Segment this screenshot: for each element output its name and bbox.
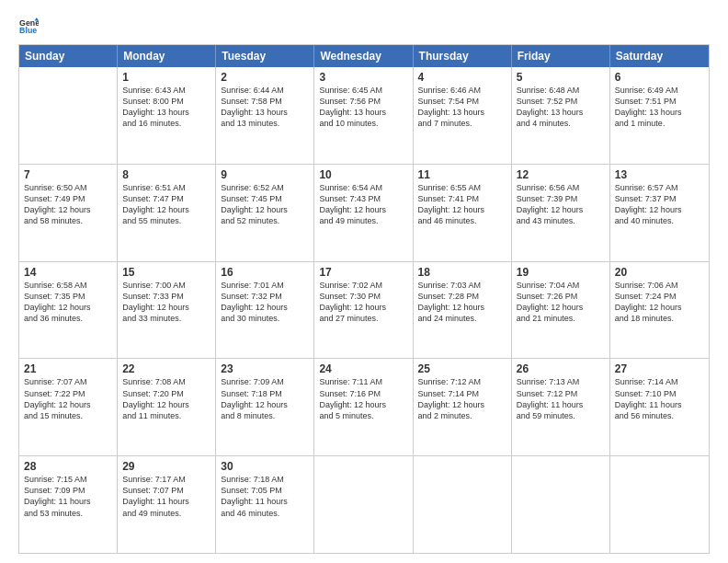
day-number: 2 <box>221 71 309 84</box>
day-number: 13 <box>615 168 704 181</box>
day-cell-10: 10Sunrise: 6:54 AM Sunset: 7:43 PM Dayli… <box>314 165 413 261</box>
day-number: 27 <box>615 362 704 375</box>
svg-text:Blue: Blue <box>19 26 37 35</box>
calendar-row-0: 1Sunrise: 6:43 AM Sunset: 8:00 PM Daylig… <box>19 67 709 165</box>
day-info: Sunrise: 6:46 AM Sunset: 7:54 PM Dayligh… <box>418 85 506 130</box>
day-cell-21: 21Sunrise: 7:07 AM Sunset: 7:22 PM Dayli… <box>19 359 118 455</box>
day-cell-2: 2Sunrise: 6:44 AM Sunset: 7:58 PM Daylig… <box>216 67 314 164</box>
day-number: 22 <box>122 362 210 375</box>
day-info: Sunrise: 6:45 AM Sunset: 7:56 PM Dayligh… <box>319 85 407 130</box>
day-number: 8 <box>122 168 210 181</box>
day-info: Sunrise: 7:13 AM Sunset: 7:12 PM Dayligh… <box>517 376 605 421</box>
day-number: 18 <box>418 266 506 279</box>
calendar-header: SundayMondayTuesdayWednesdayThursdayFrid… <box>19 45 709 67</box>
day-info: Sunrise: 7:14 AM Sunset: 7:10 PM Dayligh… <box>615 376 704 421</box>
day-number: 19 <box>517 266 605 279</box>
day-cell-7: 7Sunrise: 6:50 AM Sunset: 7:49 PM Daylig… <box>19 165 118 261</box>
day-info: Sunrise: 6:54 AM Sunset: 7:43 PM Dayligh… <box>319 182 407 227</box>
day-info: Sunrise: 6:48 AM Sunset: 7:52 PM Dayligh… <box>517 85 605 130</box>
empty-cell-4-6 <box>610 456 709 553</box>
page: General Blue SundayMondayTuesdayWednesda… <box>0 0 728 563</box>
header-day-saturday: Saturday <box>610 45 709 67</box>
day-number: 12 <box>517 168 605 181</box>
day-number: 26 <box>517 362 605 375</box>
empty-cell-0-0 <box>19 67 118 164</box>
day-number: 29 <box>122 460 210 473</box>
day-number: 15 <box>122 266 210 279</box>
day-cell-29: 29Sunrise: 7:17 AM Sunset: 7:07 PM Dayli… <box>118 456 216 553</box>
day-info: Sunrise: 6:44 AM Sunset: 7:58 PM Dayligh… <box>221 85 309 130</box>
day-info: Sunrise: 6:50 AM Sunset: 7:49 PM Dayligh… <box>24 182 112 227</box>
day-cell-17: 17Sunrise: 7:02 AM Sunset: 7:30 PM Dayli… <box>314 262 413 359</box>
day-number: 28 <box>24 460 112 473</box>
calendar-row-4: 28Sunrise: 7:15 AM Sunset: 7:09 PM Dayli… <box>19 456 709 553</box>
header-day-thursday: Thursday <box>414 45 512 67</box>
day-number: 23 <box>221 362 309 375</box>
day-info: Sunrise: 6:56 AM Sunset: 7:39 PM Dayligh… <box>517 182 605 227</box>
day-cell-14: 14Sunrise: 6:58 AM Sunset: 7:35 PM Dayli… <box>19 262 118 359</box>
day-info: Sunrise: 7:03 AM Sunset: 7:28 PM Dayligh… <box>418 280 506 325</box>
empty-cell-4-3 <box>314 456 413 553</box>
day-number: 7 <box>24 168 112 181</box>
day-number: 6 <box>615 71 704 84</box>
day-cell-30: 30Sunrise: 7:18 AM Sunset: 7:05 PM Dayli… <box>216 456 314 553</box>
day-number: 1 <box>122 71 210 84</box>
day-number: 17 <box>319 266 407 279</box>
day-info: Sunrise: 7:12 AM Sunset: 7:14 PM Dayligh… <box>418 376 506 421</box>
day-number: 4 <box>418 71 506 84</box>
day-cell-3: 3Sunrise: 6:45 AM Sunset: 7:56 PM Daylig… <box>314 67 413 164</box>
header: General Blue <box>18 17 710 37</box>
calendar-body: 1Sunrise: 6:43 AM Sunset: 8:00 PM Daylig… <box>19 67 709 553</box>
day-cell-15: 15Sunrise: 7:00 AM Sunset: 7:33 PM Dayli… <box>118 262 216 359</box>
day-cell-8: 8Sunrise: 6:51 AM Sunset: 7:47 PM Daylig… <box>118 165 216 261</box>
day-cell-16: 16Sunrise: 7:01 AM Sunset: 7:32 PM Dayli… <box>216 262 314 359</box>
calendar-row-3: 21Sunrise: 7:07 AM Sunset: 7:22 PM Dayli… <box>19 359 709 456</box>
day-cell-27: 27Sunrise: 7:14 AM Sunset: 7:10 PM Dayli… <box>610 359 709 455</box>
calendar-row-2: 14Sunrise: 6:58 AM Sunset: 7:35 PM Dayli… <box>19 262 709 360</box>
header-day-friday: Friday <box>512 45 610 67</box>
day-info: Sunrise: 7:00 AM Sunset: 7:33 PM Dayligh… <box>122 280 210 325</box>
day-info: Sunrise: 7:17 AM Sunset: 7:07 PM Dayligh… <box>122 474 210 519</box>
day-cell-6: 6Sunrise: 6:49 AM Sunset: 7:51 PM Daylig… <box>610 67 709 164</box>
day-number: 9 <box>221 168 309 181</box>
logo-icon: General Blue <box>18 17 39 37</box>
day-info: Sunrise: 7:09 AM Sunset: 7:18 PM Dayligh… <box>221 376 309 421</box>
header-day-sunday: Sunday <box>19 45 118 67</box>
day-info: Sunrise: 7:01 AM Sunset: 7:32 PM Dayligh… <box>221 280 309 325</box>
day-number: 16 <box>221 266 309 279</box>
day-info: Sunrise: 6:57 AM Sunset: 7:37 PM Dayligh… <box>615 182 704 227</box>
day-cell-28: 28Sunrise: 7:15 AM Sunset: 7:09 PM Dayli… <box>19 456 118 553</box>
day-number: 3 <box>319 71 407 84</box>
day-cell-13: 13Sunrise: 6:57 AM Sunset: 7:37 PM Dayli… <box>610 165 709 261</box>
day-info: Sunrise: 7:04 AM Sunset: 7:26 PM Dayligh… <box>517 280 605 325</box>
day-cell-12: 12Sunrise: 6:56 AM Sunset: 7:39 PM Dayli… <box>512 165 610 261</box>
day-info: Sunrise: 7:02 AM Sunset: 7:30 PM Dayligh… <box>319 280 407 325</box>
day-number: 30 <box>221 460 309 473</box>
day-info: Sunrise: 7:15 AM Sunset: 7:09 PM Dayligh… <box>24 474 112 519</box>
day-number: 10 <box>319 168 407 181</box>
empty-cell-4-4 <box>414 456 512 553</box>
day-cell-23: 23Sunrise: 7:09 AM Sunset: 7:18 PM Dayli… <box>216 359 314 455</box>
header-day-tuesday: Tuesday <box>216 45 314 67</box>
day-number: 11 <box>418 168 506 181</box>
calendar: SundayMondayTuesdayWednesdayThursdayFrid… <box>18 44 710 554</box>
day-info: Sunrise: 7:18 AM Sunset: 7:05 PM Dayligh… <box>221 474 309 519</box>
day-cell-4: 4Sunrise: 6:46 AM Sunset: 7:54 PM Daylig… <box>414 67 512 164</box>
day-cell-9: 9Sunrise: 6:52 AM Sunset: 7:45 PM Daylig… <box>216 165 314 261</box>
day-cell-11: 11Sunrise: 6:55 AM Sunset: 7:41 PM Dayli… <box>414 165 512 261</box>
day-cell-24: 24Sunrise: 7:11 AM Sunset: 7:16 PM Dayli… <box>314 359 413 455</box>
day-number: 14 <box>24 266 112 279</box>
day-info: Sunrise: 6:51 AM Sunset: 7:47 PM Dayligh… <box>122 182 210 227</box>
day-info: Sunrise: 6:43 AM Sunset: 8:00 PM Dayligh… <box>122 85 210 130</box>
day-info: Sunrise: 7:11 AM Sunset: 7:16 PM Dayligh… <box>319 376 407 421</box>
header-day-wednesday: Wednesday <box>314 45 413 67</box>
day-cell-20: 20Sunrise: 7:06 AM Sunset: 7:24 PM Dayli… <box>610 262 709 359</box>
day-cell-25: 25Sunrise: 7:12 AM Sunset: 7:14 PM Dayli… <box>414 359 512 455</box>
calendar-row-1: 7Sunrise: 6:50 AM Sunset: 7:49 PM Daylig… <box>19 165 709 262</box>
day-number: 21 <box>24 362 112 375</box>
day-info: Sunrise: 6:49 AM Sunset: 7:51 PM Dayligh… <box>615 85 704 130</box>
day-info: Sunrise: 6:55 AM Sunset: 7:41 PM Dayligh… <box>418 182 506 227</box>
day-cell-18: 18Sunrise: 7:03 AM Sunset: 7:28 PM Dayli… <box>414 262 512 359</box>
day-number: 24 <box>319 362 407 375</box>
logo: General Blue <box>18 17 42 37</box>
